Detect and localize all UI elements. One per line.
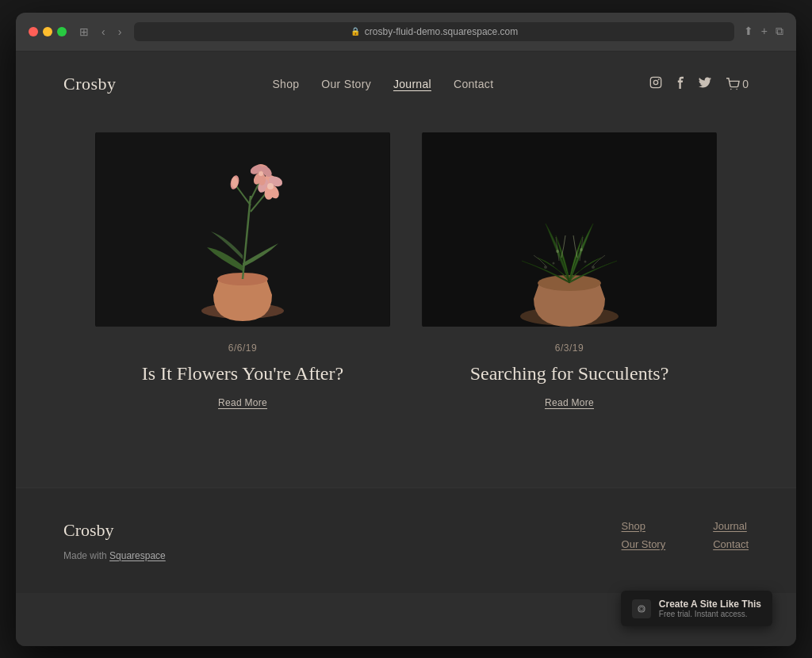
svg-point-23 [259, 171, 263, 176]
instagram-icon[interactable] [649, 76, 662, 91]
tabs-icon[interactable]: ⧉ [776, 25, 783, 38]
blog-title-2: Searching for Succulents? [470, 362, 669, 386]
url-display: crosby-fluid-demo.squarespace.com [365, 26, 518, 37]
blog-title-1: Is It Flowers You're After? [142, 362, 343, 386]
badge-sub-text: Free trial. Instant access. [659, 610, 761, 618]
svg-point-31 [553, 262, 555, 264]
squarespace-badge[interactable]: Create A Site Like This Free trial. Inst… [621, 591, 772, 626]
svg-rect-0 [651, 77, 661, 87]
blog-card-1: 6/6/19 Is It Flowers You're After? Read … [95, 132, 390, 408]
blog-card-2: 6/3/19 Searching for Succulents? Read Mo… [422, 132, 717, 408]
sidebar-toggle-icon[interactable]: ⊞ [76, 24, 92, 40]
footer-nav-our-story[interactable]: Our Story [622, 538, 666, 550]
back-button[interactable]: ‹ [98, 24, 109, 40]
nav-item-journal[interactable]: Journal [393, 78, 431, 90]
blog-date-2: 6/3/19 [555, 342, 584, 354]
footer-left: Crosby Made with Squarespace [63, 520, 622, 561]
svg-point-2 [659, 79, 660, 80]
new-tab-icon[interactable]: + [761, 25, 768, 38]
squarespace-badge-text: Create A Site Like This Free trial. Inst… [659, 599, 761, 618]
main-content: 6/6/19 Is It Flowers You're After? Read … [16, 117, 796, 456]
maximize-button[interactable] [57, 27, 67, 36]
badge-main-text: Create A Site Like This [659, 599, 761, 610]
minimize-button[interactable] [43, 27, 52, 36]
footer-nav-journal[interactable]: Journal [713, 520, 749, 532]
browser-controls: ⊞ ‹ › [76, 24, 124, 40]
website-content: Crosby Shop Our Story Journal Contact [16, 52, 796, 646]
address-bar[interactable]: 🔒 crosby-fluid-demo.squarespace.com [134, 22, 733, 41]
svg-point-29 [556, 250, 559, 253]
footer-logo: Crosby [63, 520, 622, 541]
nav-item-our-story[interactable]: Our Story [321, 78, 371, 90]
cart-count: 0 [742, 78, 749, 90]
blog-date-1: 6/6/19 [228, 342, 257, 354]
site-header: Crosby Shop Our Story Journal Contact [16, 52, 796, 117]
squarespace-link[interactable]: Squarespace [109, 550, 166, 561]
close-button[interactable] [29, 27, 38, 36]
svg-point-1 [654, 80, 658, 84]
browser-actions: ⬆ + ⧉ [744, 25, 783, 38]
site-logo[interactable]: Crosby [63, 74, 117, 94]
browser-chrome: ⊞ ‹ › 🔒 crosby-fluid-demo.squarespace.co… [16, 13, 796, 52]
footer-nav-col-1: Shop Our Story [622, 520, 666, 550]
svg-point-32 [584, 260, 587, 262]
svg-point-25 [232, 177, 238, 188]
twitter-icon[interactable] [699, 77, 711, 90]
svg-point-4 [737, 88, 737, 89]
traffic-lights [29, 27, 67, 36]
footer-credit: Made with Squarespace [63, 550, 622, 561]
footer-nav-contact[interactable]: Contact [713, 538, 749, 550]
browser-window: ⊞ ‹ › 🔒 crosby-fluid-demo.squarespace.co… [16, 13, 796, 646]
squarespace-badge-logo [632, 599, 651, 618]
header-right: 0 [649, 76, 749, 91]
footer-nav: Shop Our Story Journal Contact [622, 520, 749, 550]
share-icon[interactable]: ⬆ [744, 25, 753, 38]
blog-grid: 6/6/19 Is It Flowers You're After? Read … [95, 132, 717, 408]
facebook-icon[interactable] [676, 76, 684, 91]
read-more-2[interactable]: Read More [545, 397, 594, 408]
cart-icon[interactable]: 0 [726, 78, 749, 90]
forward-button[interactable]: › [115, 24, 125, 40]
footer-credit-prefix: Made with [63, 550, 107, 561]
nav-item-contact[interactable]: Contact [454, 78, 493, 90]
site-footer: Crosby Made with Squarespace Shop Our St… [16, 488, 796, 593]
footer-nav-shop[interactable]: Shop [622, 520, 666, 532]
read-more-1[interactable]: Read More [218, 397, 267, 408]
svg-point-30 [580, 248, 583, 251]
footer-nav-col-2: Journal Contact [713, 520, 749, 550]
site-nav: Shop Our Story Journal Contact [272, 78, 493, 90]
lock-icon: 🔒 [350, 27, 360, 36]
svg-point-34 [592, 266, 595, 269]
nav-item-shop[interactable]: Shop [272, 78, 299, 90]
blog-image-succulent[interactable] [422, 132, 717, 327]
svg-point-3 [730, 88, 731, 89]
svg-point-17 [267, 183, 274, 189]
blog-image-orchid[interactable] [95, 132, 390, 327]
svg-point-33 [544, 266, 547, 269]
